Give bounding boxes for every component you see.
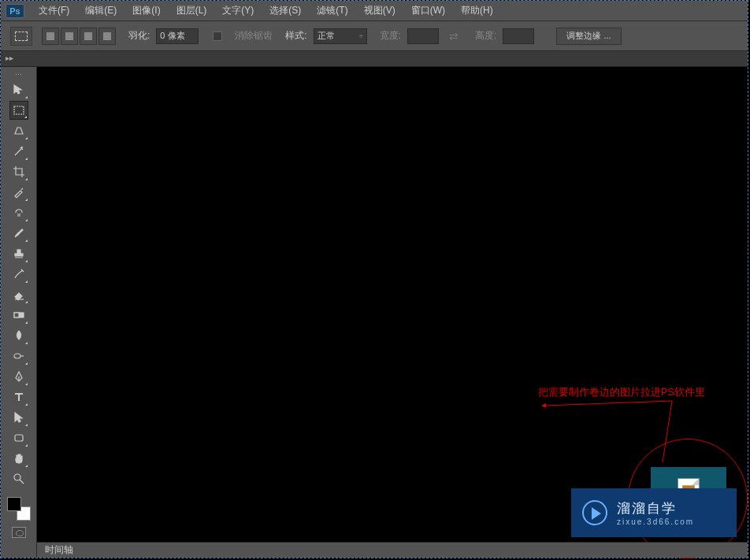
options-bar: 羽化: 消除锯齿 样式: 正常 宽度: ⇄ 高度: 调整边缘 ...: [1, 21, 748, 51]
quick-mask-toggle[interactable]: [12, 527, 26, 538]
brush-tool[interactable]: [9, 224, 28, 243]
swap-dimensions-icon: ⇄: [445, 28, 462, 45]
antialias-label: 消除锯齿: [235, 29, 273, 43]
blur-tool[interactable]: [9, 326, 28, 345]
toolbox-collapse-icon[interactable]: ⋯: [1, 70, 36, 80]
pen-tool[interactable]: [9, 367, 28, 386]
eraser-tool[interactable]: [9, 285, 28, 304]
svg-point-3: [14, 354, 20, 358]
watermark-title: 溜溜自学: [617, 499, 694, 517]
play-icon: [582, 500, 607, 525]
healing-tool[interactable]: [9, 203, 28, 222]
menu-filter[interactable]: 滤镜(T): [309, 1, 355, 20]
history-brush-tool[interactable]: [9, 265, 28, 284]
document-tab-strip: ▸▸: [1, 51, 748, 67]
color-swatches[interactable]: [7, 497, 31, 521]
height-input: [503, 28, 534, 44]
lasso-tool[interactable]: [9, 121, 28, 140]
path-selection-tool[interactable]: [9, 408, 28, 427]
width-input: [407, 28, 439, 44]
width-label: 宽度:: [380, 29, 401, 43]
wand-tool[interactable]: [9, 142, 28, 161]
tool-preset-icon[interactable]: [10, 27, 32, 46]
marquee-tool[interactable]: [9, 101, 28, 120]
refine-edge-button[interactable]: 调整边缘 ...: [556, 28, 621, 45]
selection-add[interactable]: [61, 28, 78, 45]
antialias-checkbox: [213, 32, 222, 41]
dodge-tool[interactable]: [9, 347, 28, 365]
menu-help[interactable]: 帮助(H): [453, 1, 501, 20]
svg-rect-2: [14, 313, 19, 317]
menubar: Ps 文件(F) 编辑(E) 图像(I) 图层(L) 文字(Y) 选择(S) 滤…: [1, 1, 748, 21]
height-label: 高度:: [475, 29, 496, 43]
gradient-tool[interactable]: [9, 306, 28, 325]
svg-line-6: [544, 401, 672, 406]
feather-input[interactable]: [156, 28, 199, 44]
toolbox: ⋯: [1, 67, 37, 558]
bottom-panel-bar: 时间轴: [37, 542, 748, 558]
selection-mode-group: [42, 28, 116, 45]
timeline-tab[interactable]: 时间轴: [45, 543, 73, 557]
feather-label: 羽化:: [128, 29, 150, 43]
hand-tool[interactable]: [9, 449, 28, 468]
canvas[interactable]: 把需要制作卷边的图片拉进PS软件里 演示图片.jpg 溜溜自学 zixue.3d…: [37, 67, 748, 558]
selection-intersect[interactable]: [98, 28, 116, 45]
workspace: ⋯: [1, 67, 748, 558]
crop-tool[interactable]: [9, 162, 28, 181]
style-label: 样式:: [285, 29, 306, 43]
stamp-tool[interactable]: [9, 244, 28, 263]
tab-collapse-icon[interactable]: ▸▸: [6, 54, 13, 62]
eyedropper-tool[interactable]: [9, 183, 28, 202]
menu-layer[interactable]: 图层(L): [169, 1, 215, 20]
selection-new[interactable]: [42, 28, 59, 45]
app-logo: Ps: [6, 4, 24, 18]
selection-subtract[interactable]: [80, 28, 97, 45]
watermark: 溜溜自学 zixue.3d66.com: [571, 488, 737, 537]
style-select[interactable]: 正常: [314, 28, 367, 44]
watermark-subtitle: zixue.3d66.com: [617, 517, 694, 526]
foreground-color-swatch[interactable]: [7, 497, 21, 511]
move-tool[interactable]: [9, 80, 28, 99]
app-window: Ps 文件(F) 编辑(E) 图像(I) 图层(L) 文字(Y) 选择(S) 滤…: [0, 0, 748, 558]
menu-window[interactable]: 窗口(W): [403, 1, 453, 20]
svg-point-5: [14, 474, 20, 480]
menu-select[interactable]: 选择(S): [262, 1, 309, 20]
menu-edit[interactable]: 编辑(E): [77, 1, 124, 20]
menu-view[interactable]: 视图(V): [356, 1, 403, 20]
zoom-tool[interactable]: [9, 469, 28, 488]
annotation-text: 把需要制作卷边的图片拉进PS软件里: [538, 385, 705, 399]
menu-image[interactable]: 图像(I): [124, 1, 168, 20]
svg-rect-0: [14, 106, 24, 114]
menu-file[interactable]: 文件(F): [31, 1, 77, 20]
menu-type[interactable]: 文字(Y): [214, 1, 262, 20]
type-tool[interactable]: [9, 388, 28, 406]
shape-tool[interactable]: [9, 428, 28, 447]
svg-rect-4: [15, 435, 23, 441]
